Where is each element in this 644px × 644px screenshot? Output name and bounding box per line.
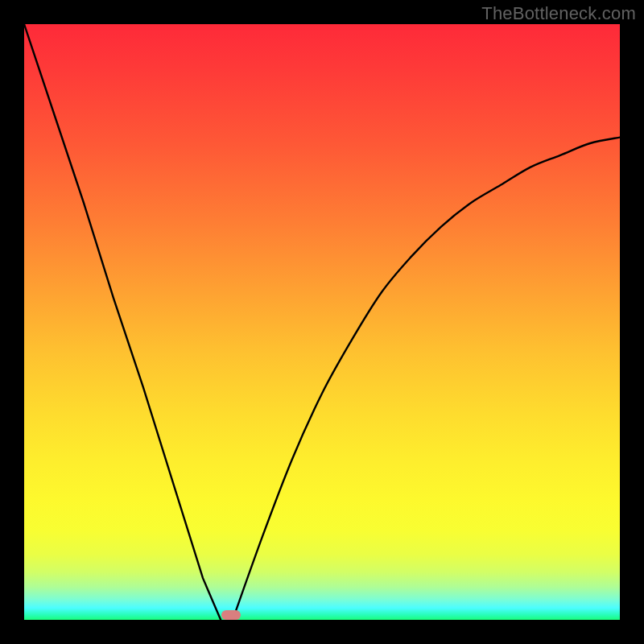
chart-plot-area — [24, 24, 620, 620]
watermark-text: TheBottleneck.com — [481, 3, 636, 24]
min-marker — [221, 610, 241, 620]
